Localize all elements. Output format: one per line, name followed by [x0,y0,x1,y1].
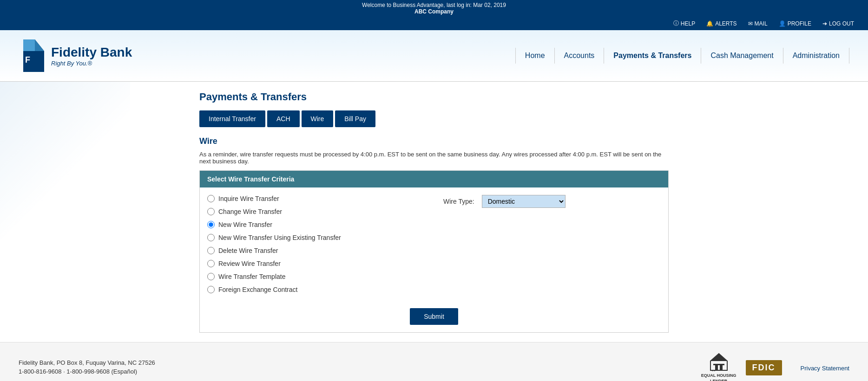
bell-icon: 🔔 [706,20,713,27]
footer-logos: = = EQUAL HOUSINGLENDER FDIC [701,352,782,381]
criteria-header: Select Wire Transfer Criteria [200,171,668,187]
radio-change-input[interactable] [207,208,215,215]
user-icon: 👤 [779,20,786,27]
radio-new-existing-label: New Wire Transfer Using Existing Transfe… [218,234,341,241]
company-name: ABC Company [414,8,454,15]
top-bar: Welcome to Business Advantage, last log … [0,0,868,17]
wire-type-select[interactable]: Domestic International [482,195,566,208]
radio-inquire-label: Inquire Wire Transfer [218,195,279,202]
radio-foreign-exchange[interactable]: Foreign Exchange Contract [207,286,425,293]
nav-accounts[interactable]: Accounts [555,48,605,64]
tab-ach[interactable]: ACH [267,110,300,127]
help-icon: ⓘ [673,19,679,27]
tab-buttons: Internal Transfer ACH Wire Bill Pay [199,110,669,127]
radio-template-input[interactable] [207,273,215,280]
mail-link[interactable]: ✉ MAIL [743,18,772,30]
page-title: Payments & Transfers [199,91,669,103]
logo-area: F Fidelity Bank Right By You.® [19,35,132,77]
radio-foreign-exchange-input[interactable] [207,286,215,293]
nav-payments-transfers[interactable]: Payments & Transfers [604,48,701,64]
bank-logo: F [19,35,46,77]
privacy-statement-link[interactable]: Privacy Statement [801,365,850,372]
radio-new[interactable]: New Wire Transfer [207,221,425,228]
criteria-box: Select Wire Transfer Criteria Inquire Wi… [199,170,669,333]
reminder-text: As a reminder, wire transfer requests mu… [199,151,669,165]
fdic-badge: FDIC [746,360,782,375]
footer-phone: 1-800-816-9608 · 1-800-998-9608 (Español… [19,368,683,375]
bank-name: Fidelity Bank [51,45,132,60]
wire-type-label: Wire Type: [443,198,474,205]
radio-new-existing[interactable]: New Wire Transfer Using Existing Transfe… [207,234,425,241]
footer-info: Fidelity Bank, PO Box 8, Fuquay Varina, … [19,359,683,377]
tab-internal-transfer[interactable]: Internal Transfer [199,110,265,127]
radio-new-existing-input[interactable] [207,234,215,241]
logout-icon: ➔ [822,20,827,27]
radio-template-label: Wire Transfer Template [218,273,285,280]
page-content: Payments & Transfers Internal Transfer A… [190,91,678,333]
utility-nav: ⓘ HELP 🔔 ALERTS ✉ MAIL 👤 PROFILE ➔ LOG O… [0,17,868,30]
footer-privacy: Privacy Statement [801,364,850,372]
radio-inquire[interactable]: Inquire Wire Transfer [207,195,425,202]
radio-delete[interactable]: Delete Wire Transfer [207,247,425,254]
fdic-label: FDIC [752,363,776,372]
svg-marker-2 [35,39,44,51]
radio-new-label: New Wire Transfer [218,221,272,228]
radio-delete-input[interactable] [207,247,215,254]
tab-bill-pay[interactable]: Bill Pay [335,110,375,127]
radio-group: Inquire Wire Transfer Change Wire Transf… [207,195,425,293]
footer: Fidelity Bank, PO Box 8, Fuquay Varina, … [0,342,868,381]
svg-rect-8 [713,364,724,365]
alerts-link[interactable]: 🔔 ALERTS [702,18,741,30]
svg-marker-5 [710,354,727,361]
radio-foreign-exchange-label: Foreign Exchange Contract [218,286,297,293]
nav-administration[interactable]: Administration [783,48,849,64]
radio-template[interactable]: Wire Transfer Template [207,273,425,280]
radio-review-label: Review Wire Transfer [218,260,281,267]
logo-text: Fidelity Bank Right By You.® [51,45,132,67]
svg-text:F: F [25,55,30,65]
equal-housing-label: EQUAL HOUSINGLENDER [701,373,736,381]
radio-change[interactable]: Change Wire Transfer [207,208,425,215]
tab-wire[interactable]: Wire [302,110,334,127]
section-title: Wire [199,136,669,146]
wire-type-row: Wire Type: Domestic International [443,195,661,208]
nav-cash-management[interactable]: Cash Management [701,48,783,64]
radio-review-input[interactable] [207,260,215,267]
mail-icon: ✉ [748,20,753,27]
radio-inquire-input[interactable] [207,195,215,202]
criteria-body: Inquire Wire Transfer Change Wire Transf… [200,187,668,301]
main-nav: Home Accounts Payments & Transfers Cash … [515,48,849,64]
help-link[interactable]: ⓘ HELP [669,17,700,30]
wire-type-area: Wire Type: Domestic International [443,195,661,293]
submit-area: Submit [200,301,668,332]
svg-text:= =: = = [712,369,715,372]
header: F Fidelity Bank Right By You.® Home Acco… [0,30,868,82]
logout-link[interactable]: ➔ LOG OUT [818,18,859,30]
welcome-text: Welcome to Business Advantage, last log … [362,2,506,8]
radio-review[interactable]: Review Wire Transfer [207,260,425,267]
radio-new-input[interactable] [207,221,215,228]
equal-housing-badge: = = EQUAL HOUSINGLENDER [701,352,736,381]
footer-address: Fidelity Bank, PO Box 8, Fuquay Varina, … [19,359,683,366]
submit-button[interactable]: Submit [410,308,458,325]
profile-link[interactable]: 👤 PROFILE [774,18,816,30]
bank-tagline: Right By You.® [51,60,132,67]
equal-housing-icon: = = [709,352,729,372]
svg-marker-1 [23,39,35,51]
radio-change-label: Change Wire Transfer [218,208,282,215]
nav-home[interactable]: Home [515,48,555,64]
radio-delete-label: Delete Wire Transfer [218,247,278,254]
